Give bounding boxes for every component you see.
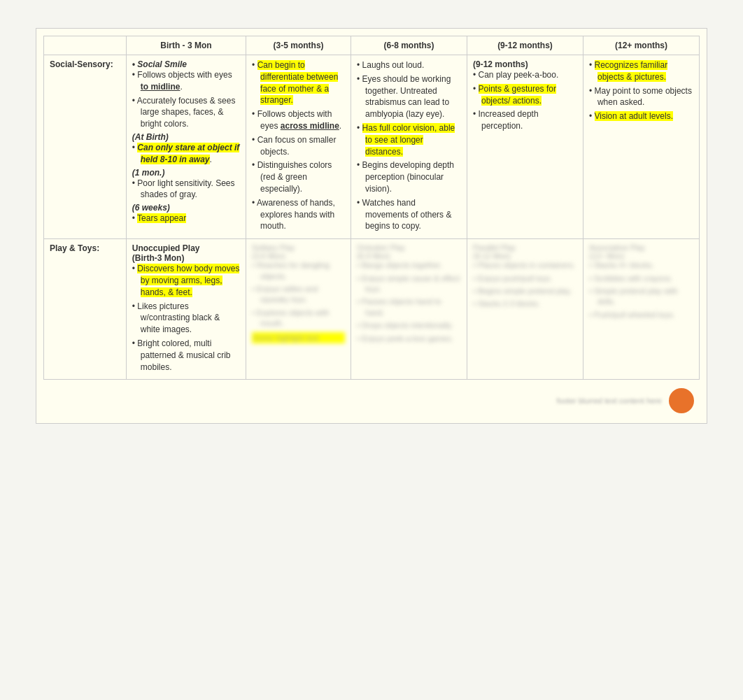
- play-9to12-content: Parallel Play (9-12 Mon) Places objects …: [473, 243, 577, 310]
- social-birth-cell: • Social Smile Follows objects with eyes…: [126, 55, 246, 239]
- header-3to5: (3-5 months): [274, 41, 324, 50]
- social-birth-list2: Can only stare at object if held 8-10 in…: [132, 142, 240, 166]
- social-birth-to-midline: to midline: [141, 82, 181, 92]
- social-3to5-list: Can begin to differentiate between face …: [252, 59, 345, 232]
- social-9to12-item-1: Can play peek-a-boo.: [473, 69, 577, 81]
- social-9to12-item-2: Points & gestures for objects/ actions.: [473, 83, 577, 107]
- header-col4: (9-12 months): [467, 36, 583, 55]
- one-mon-label: (1 mon.): [132, 168, 240, 178]
- points-gestures-highlight: Points & gestures for objects/ actions.: [479, 84, 556, 106]
- social-3to5-item-4: Distinguishes colors (red & green especi…: [252, 159, 345, 194]
- row-label-social: Social-Sensory:: [44, 55, 127, 239]
- play-birth-item-1: Discovers how body moves by moving arms,…: [132, 263, 240, 298]
- social-12plus-item-1: Recognizes familiar objects & pictures.: [589, 59, 693, 83]
- header-col5: (12+ months): [583, 36, 699, 55]
- unoccupied-play-label: Unoccupied Play: [132, 243, 240, 253]
- play-6to8-cell: Onlooker Play (6-9 Mon) Bangs objects to…: [351, 239, 467, 380]
- development-table: Birth - 3 Mon (3-5 months) (6-8 months) …: [43, 36, 700, 380]
- social-sensory-row: Social-Sensory: • Social Smile Follows o…: [44, 55, 700, 239]
- header-col3: (6-8 months): [351, 36, 467, 55]
- social-smile-title: • Social Smile: [132, 59, 187, 69]
- social-12plus-item-3: Vision at adult levels.: [589, 110, 693, 122]
- social-6to8-item-1: Laughs out loud.: [357, 59, 461, 71]
- full-color-highlight: Has full color vision, able to see at lo…: [362, 123, 455, 157]
- social-6to8-item-3: Has full color vision, able to see at lo…: [357, 122, 461, 157]
- social-6to8-item-5: Watches hand movements of others & begin…: [357, 197, 461, 232]
- social-birth-item-2: Accurately focuses & sees large shapes, …: [132, 95, 240, 130]
- header-6to8: (6-8 months): [384, 41, 434, 50]
- play-birth-list: Discovers how body moves by moving arms,…: [132, 263, 240, 373]
- across-midline: across midline: [281, 121, 339, 131]
- play-toys-row: Play & Toys: Unoccupied Play (Birth-3 Mo…: [44, 239, 700, 380]
- header-col0: [44, 36, 127, 55]
- stare-highlight: Can only stare at object if held 8-10 in…: [137, 143, 239, 164]
- orange-button[interactable]: [669, 388, 694, 413]
- social-3to5-item-3: Can focus on smaller objects.: [252, 134, 345, 158]
- social-3to5-item-5: Awareness of hands, explores hands with …: [252, 197, 345, 232]
- social-3to5-item-1: Can begin to differentiate between face …: [252, 59, 345, 106]
- social-birth-list4: Tears appear: [132, 213, 240, 224]
- social-6to8-list: Laughs out loud. Eyes should be working …: [357, 59, 461, 232]
- social-12plus-item-2: May point to some objects when asked.: [589, 85, 693, 109]
- social-3to5-cell: Can begin to differentiate between face …: [246, 55, 351, 239]
- social-6to8-cell: Laughs out loud. Eyes should be working …: [351, 55, 467, 239]
- social-birth-item-4: Poor light sensitivity. Sees shades of g…: [132, 178, 240, 201]
- header-col2: (3-5 months): [246, 36, 351, 55]
- social-birth-list3: Poor light sensitivity. Sees shades of g…: [132, 178, 240, 201]
- play-9to12-cell: Parallel Play (9-12 Mon) Places objects …: [467, 239, 583, 380]
- discovers-how-highlight: Discovers how body moves by moving arms,…: [137, 264, 239, 297]
- play-toys-label: Play & Toys:: [50, 243, 99, 253]
- play-3to5-content: Solitary Play (3-6 Mon) Reaches for dang…: [252, 243, 345, 343]
- social-birth-item-1: Follows objects with eyes to midline.: [132, 69, 240, 93]
- footer-text: footer blurred text content here: [557, 397, 662, 405]
- social-birth-item-5: Tears appear: [132, 213, 240, 224]
- row-label-play: Play & Toys:: [44, 239, 127, 380]
- footer-bar: footer blurred text content here: [43, 385, 700, 416]
- social-9to12-list: Can play peek-a-boo. Points & gestures f…: [473, 69, 577, 132]
- social-9to12-item-3: Increased depth perception.: [473, 108, 577, 132]
- play-birth-cell: Unoccupied Play (Birth-3 Mon) Discovers …: [126, 239, 246, 380]
- social-12plus-cell: Recognizes familiar objects & pictures. …: [583, 55, 699, 239]
- tears-highlight: Tears appear: [137, 213, 186, 223]
- social-9to12-header: (9-12 months): [473, 59, 577, 69]
- social-3to5-item-2: Follows objects with eyes across midline…: [252, 108, 345, 132]
- play-birth-item-3: Bright colored, multi patterned & musica…: [132, 338, 240, 373]
- play-12plus-cell: Associative Play (12+ Mon) Stacks 4+ blo…: [583, 239, 699, 380]
- header-9to12: (9-12 months): [497, 41, 553, 50]
- recognizes-highlight: Recognizes familiar objects & pictures.: [595, 60, 668, 82]
- at-birth-label: (At Birth): [132, 132, 240, 142]
- social-birth-item-3: Can only stare at object if held 8-10 in…: [132, 142, 240, 166]
- social-9to12-cell: (9-12 months) Can play peek-a-boo. Point…: [467, 55, 583, 239]
- play-birth-item-2: Likes pictures w/contrasting black & whi…: [132, 301, 240, 336]
- header-col1: Birth - 3 Mon: [126, 36, 246, 55]
- social-birth-list: Follows objects with eyes to midline. Ac…: [132, 69, 240, 130]
- social-6to8-item-4: Begins developing depth perception (bino…: [357, 159, 461, 194]
- header-birth: Birth - 3 Mon: [160, 41, 211, 50]
- play-3to5-cell: Solitary Play (3-6 Mon) Reaches for dang…: [246, 239, 351, 380]
- social-12plus-list: Recognizes familiar objects & pictures. …: [589, 59, 693, 122]
- birth-3mon-label: (Birth-3 Mon): [132, 253, 240, 263]
- six-weeks-label: (6 weeks): [132, 203, 240, 213]
- play-12plus-content: Associative Play (12+ Mon) Stacks 4+ blo…: [589, 243, 693, 320]
- main-container: Birth - 3 Mon (3-5 months) (6-8 months) …: [36, 28, 707, 424]
- play-6to8-content: Onlooker Play (6-9 Mon) Bangs objects to…: [357, 243, 461, 344]
- social-sensory-label: Social-Sensory:: [50, 59, 113, 69]
- social-6to8-item-2: Eyes should be working together. Untreat…: [357, 73, 461, 120]
- differentiate-highlight: Can begin to differentiate between face …: [257, 60, 339, 105]
- vision-adult-highlight: Vision at adult levels.: [595, 111, 674, 121]
- header-12plus: (12+ months): [615, 41, 667, 50]
